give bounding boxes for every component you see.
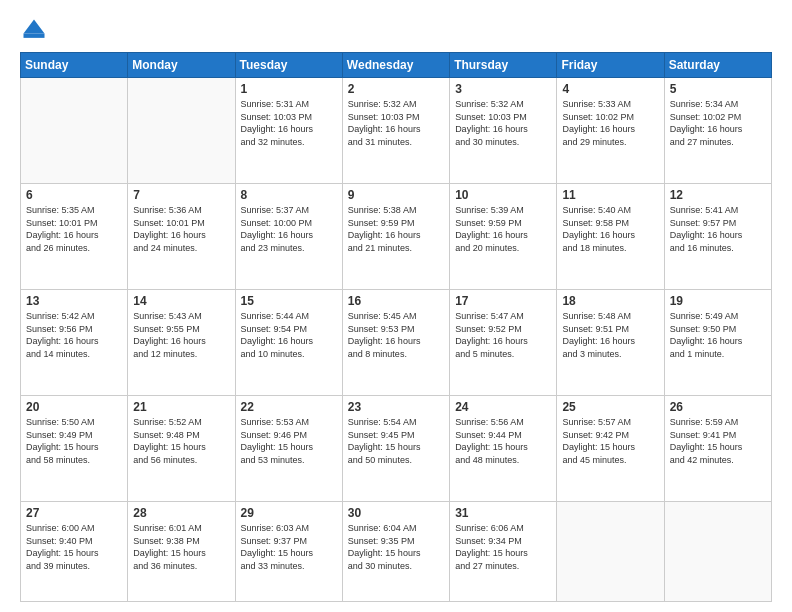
- weekday-header-thursday: Thursday: [450, 53, 557, 78]
- calendar-cell: 12Sunrise: 5:41 AM Sunset: 9:57 PM Dayli…: [664, 184, 771, 290]
- day-number: 29: [241, 506, 337, 520]
- calendar-cell: 6Sunrise: 5:35 AM Sunset: 10:01 PM Dayli…: [21, 184, 128, 290]
- cell-info: Sunrise: 5:47 AM Sunset: 9:52 PM Dayligh…: [455, 310, 551, 360]
- calendar-cell: 9Sunrise: 5:38 AM Sunset: 9:59 PM Daylig…: [342, 184, 449, 290]
- day-number: 8: [241, 188, 337, 202]
- calendar-cell: 8Sunrise: 5:37 AM Sunset: 10:00 PM Dayli…: [235, 184, 342, 290]
- calendar-cell: 4Sunrise: 5:33 AM Sunset: 10:02 PM Dayli…: [557, 78, 664, 184]
- cell-info: Sunrise: 5:49 AM Sunset: 9:50 PM Dayligh…: [670, 310, 766, 360]
- day-number: 20: [26, 400, 122, 414]
- day-number: 3: [455, 82, 551, 96]
- cell-info: Sunrise: 5:48 AM Sunset: 9:51 PM Dayligh…: [562, 310, 658, 360]
- day-number: 21: [133, 400, 229, 414]
- day-number: 11: [562, 188, 658, 202]
- week-row-1: 6Sunrise: 5:35 AM Sunset: 10:01 PM Dayli…: [21, 184, 772, 290]
- calendar-cell: 7Sunrise: 5:36 AM Sunset: 10:01 PM Dayli…: [128, 184, 235, 290]
- calendar-cell: 22Sunrise: 5:53 AM Sunset: 9:46 PM Dayli…: [235, 396, 342, 502]
- calendar-cell: 30Sunrise: 6:04 AM Sunset: 9:35 PM Dayli…: [342, 502, 449, 602]
- calendar-cell: 31Sunrise: 6:06 AM Sunset: 9:34 PM Dayli…: [450, 502, 557, 602]
- day-number: 6: [26, 188, 122, 202]
- cell-info: Sunrise: 6:01 AM Sunset: 9:38 PM Dayligh…: [133, 522, 229, 572]
- calendar: SundayMondayTuesdayWednesdayThursdayFrid…: [20, 52, 772, 602]
- cell-info: Sunrise: 6:04 AM Sunset: 9:35 PM Dayligh…: [348, 522, 444, 572]
- calendar-cell: 21Sunrise: 5:52 AM Sunset: 9:48 PM Dayli…: [128, 396, 235, 502]
- cell-info: Sunrise: 5:56 AM Sunset: 9:44 PM Dayligh…: [455, 416, 551, 466]
- calendar-cell: 1Sunrise: 5:31 AM Sunset: 10:03 PM Dayli…: [235, 78, 342, 184]
- cell-info: Sunrise: 5:54 AM Sunset: 9:45 PM Dayligh…: [348, 416, 444, 466]
- day-number: 10: [455, 188, 551, 202]
- calendar-cell: 13Sunrise: 5:42 AM Sunset: 9:56 PM Dayli…: [21, 290, 128, 396]
- calendar-cell: 3Sunrise: 5:32 AM Sunset: 10:03 PM Dayli…: [450, 78, 557, 184]
- cell-info: Sunrise: 5:59 AM Sunset: 9:41 PM Dayligh…: [670, 416, 766, 466]
- cell-info: Sunrise: 6:03 AM Sunset: 9:37 PM Dayligh…: [241, 522, 337, 572]
- cell-info: Sunrise: 5:43 AM Sunset: 9:55 PM Dayligh…: [133, 310, 229, 360]
- day-number: 26: [670, 400, 766, 414]
- day-number: 16: [348, 294, 444, 308]
- cell-info: Sunrise: 5:44 AM Sunset: 9:54 PM Dayligh…: [241, 310, 337, 360]
- cell-info: Sunrise: 5:33 AM Sunset: 10:02 PM Daylig…: [562, 98, 658, 148]
- svg-marker-0: [24, 20, 45, 34]
- calendar-cell: 17Sunrise: 5:47 AM Sunset: 9:52 PM Dayli…: [450, 290, 557, 396]
- cell-info: Sunrise: 5:35 AM Sunset: 10:01 PM Daylig…: [26, 204, 122, 254]
- calendar-cell: 16Sunrise: 5:45 AM Sunset: 9:53 PM Dayli…: [342, 290, 449, 396]
- calendar-cell: 10Sunrise: 5:39 AM Sunset: 9:59 PM Dayli…: [450, 184, 557, 290]
- svg-rect-1: [24, 34, 45, 38]
- calendar-cell: 24Sunrise: 5:56 AM Sunset: 9:44 PM Dayli…: [450, 396, 557, 502]
- cell-info: Sunrise: 5:42 AM Sunset: 9:56 PM Dayligh…: [26, 310, 122, 360]
- cell-info: Sunrise: 5:36 AM Sunset: 10:01 PM Daylig…: [133, 204, 229, 254]
- cell-info: Sunrise: 5:32 AM Sunset: 10:03 PM Daylig…: [455, 98, 551, 148]
- day-number: 9: [348, 188, 444, 202]
- calendar-cell: [664, 502, 771, 602]
- cell-info: Sunrise: 5:31 AM Sunset: 10:03 PM Daylig…: [241, 98, 337, 148]
- calendar-cell: 19Sunrise: 5:49 AM Sunset: 9:50 PM Dayli…: [664, 290, 771, 396]
- week-row-4: 27Sunrise: 6:00 AM Sunset: 9:40 PM Dayli…: [21, 502, 772, 602]
- cell-info: Sunrise: 5:40 AM Sunset: 9:58 PM Dayligh…: [562, 204, 658, 254]
- calendar-cell: 23Sunrise: 5:54 AM Sunset: 9:45 PM Dayli…: [342, 396, 449, 502]
- calendar-cell: 11Sunrise: 5:40 AM Sunset: 9:58 PM Dayli…: [557, 184, 664, 290]
- cell-info: Sunrise: 5:50 AM Sunset: 9:49 PM Dayligh…: [26, 416, 122, 466]
- day-number: 19: [670, 294, 766, 308]
- cell-info: Sunrise: 5:32 AM Sunset: 10:03 PM Daylig…: [348, 98, 444, 148]
- week-row-3: 20Sunrise: 5:50 AM Sunset: 9:49 PM Dayli…: [21, 396, 772, 502]
- cell-info: Sunrise: 5:45 AM Sunset: 9:53 PM Dayligh…: [348, 310, 444, 360]
- logo-icon: [20, 16, 48, 44]
- weekday-header-saturday: Saturday: [664, 53, 771, 78]
- calendar-cell: 29Sunrise: 6:03 AM Sunset: 9:37 PM Dayli…: [235, 502, 342, 602]
- day-number: 30: [348, 506, 444, 520]
- day-number: 31: [455, 506, 551, 520]
- weekday-header-wednesday: Wednesday: [342, 53, 449, 78]
- cell-info: Sunrise: 6:00 AM Sunset: 9:40 PM Dayligh…: [26, 522, 122, 572]
- calendar-cell: 18Sunrise: 5:48 AM Sunset: 9:51 PM Dayli…: [557, 290, 664, 396]
- weekday-header-sunday: Sunday: [21, 53, 128, 78]
- day-number: 27: [26, 506, 122, 520]
- day-number: 2: [348, 82, 444, 96]
- calendar-cell: 20Sunrise: 5:50 AM Sunset: 9:49 PM Dayli…: [21, 396, 128, 502]
- cell-info: Sunrise: 5:53 AM Sunset: 9:46 PM Dayligh…: [241, 416, 337, 466]
- calendar-cell: [21, 78, 128, 184]
- logo: [20, 16, 52, 44]
- weekday-header-monday: Monday: [128, 53, 235, 78]
- week-row-2: 13Sunrise: 5:42 AM Sunset: 9:56 PM Dayli…: [21, 290, 772, 396]
- cell-info: Sunrise: 5:39 AM Sunset: 9:59 PM Dayligh…: [455, 204, 551, 254]
- calendar-cell: 25Sunrise: 5:57 AM Sunset: 9:42 PM Dayli…: [557, 396, 664, 502]
- cell-info: Sunrise: 5:38 AM Sunset: 9:59 PM Dayligh…: [348, 204, 444, 254]
- day-number: 18: [562, 294, 658, 308]
- day-number: 13: [26, 294, 122, 308]
- day-number: 17: [455, 294, 551, 308]
- page: SundayMondayTuesdayWednesdayThursdayFrid…: [0, 0, 792, 612]
- calendar-cell: 2Sunrise: 5:32 AM Sunset: 10:03 PM Dayli…: [342, 78, 449, 184]
- day-number: 5: [670, 82, 766, 96]
- cell-info: Sunrise: 5:57 AM Sunset: 9:42 PM Dayligh…: [562, 416, 658, 466]
- day-number: 1: [241, 82, 337, 96]
- day-number: 12: [670, 188, 766, 202]
- day-number: 28: [133, 506, 229, 520]
- calendar-cell: 5Sunrise: 5:34 AM Sunset: 10:02 PM Dayli…: [664, 78, 771, 184]
- cell-info: Sunrise: 5:37 AM Sunset: 10:00 PM Daylig…: [241, 204, 337, 254]
- weekday-header-row: SundayMondayTuesdayWednesdayThursdayFrid…: [21, 53, 772, 78]
- cell-info: Sunrise: 5:41 AM Sunset: 9:57 PM Dayligh…: [670, 204, 766, 254]
- day-number: 22: [241, 400, 337, 414]
- cell-info: Sunrise: 5:34 AM Sunset: 10:02 PM Daylig…: [670, 98, 766, 148]
- calendar-cell: 15Sunrise: 5:44 AM Sunset: 9:54 PM Dayli…: [235, 290, 342, 396]
- header: [20, 16, 772, 44]
- weekday-header-tuesday: Tuesday: [235, 53, 342, 78]
